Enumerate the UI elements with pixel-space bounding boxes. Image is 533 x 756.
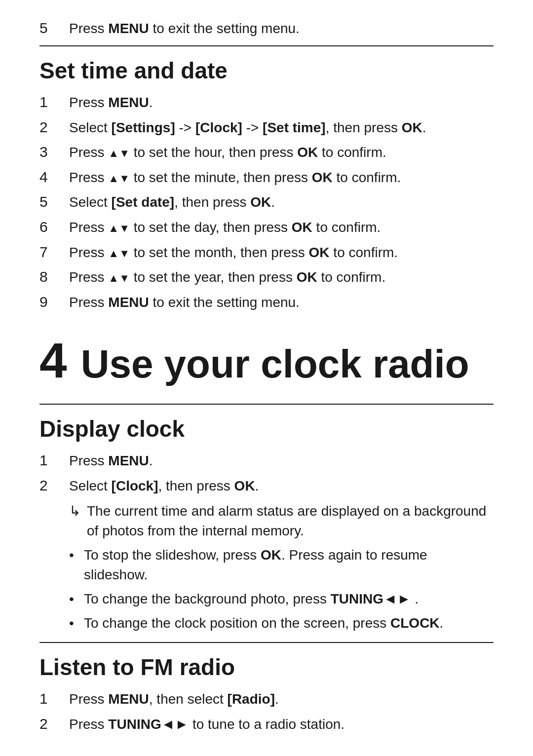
dc-step-num-2: 2	[39, 477, 69, 494]
set-time-step-4: 4 Press ▲▼ to set the minute, then press…	[39, 168, 494, 188]
step-text-2: Select [Settings] -> [Clock] -> [Set tim…	[69, 118, 426, 138]
set-time-step-6: 6 Press ▲▼ to set the day, then press OK…	[39, 218, 494, 238]
set-time-step-7: 7 Press ▲▼ to set the month, then press …	[39, 243, 494, 263]
chapter-4-heading: 4 Use your clock radio	[39, 332, 494, 389]
set-time-date-title: Set time and date	[39, 57, 494, 84]
dc-sub-text-4: To change the clock position on the scre…	[84, 613, 443, 634]
step-num-4: 4	[39, 169, 69, 186]
step-num-9: 9	[39, 294, 69, 310]
divider-1	[39, 45, 494, 46]
step-number-top: 5	[39, 20, 69, 37]
set-time-step-3: 3 Press ▲▼ to set the hour, then press O…	[39, 143, 494, 163]
listen-fm-steps: 1 Press MENU, then select [Radio]. 2 Pre…	[39, 689, 494, 734]
chapter-4-num: 4	[39, 332, 67, 389]
bullet-icon-2: •	[69, 591, 84, 607]
display-clock-sub-bullet-2: • To change the background photo, press …	[39, 589, 494, 609]
fm-step-text-2: Press TUNING◄► to tune to a radio statio…	[69, 715, 344, 735]
fm-step-num-1: 1	[39, 690, 69, 707]
step-text-6: Press ▲▼ to set the day, then press OK t…	[69, 218, 381, 238]
display-clock-sub-list: ↳ The current time and alarm status are …	[39, 501, 494, 634]
listen-fm-step-2: 2 Press TUNING◄► to tune to a radio stat…	[39, 715, 494, 735]
set-time-step-5: 5 Select [Set date], then press OK.	[39, 192, 494, 213]
step-num-7: 7	[39, 244, 69, 261]
top-step-5: 5 Press MENU to exit the setting menu.	[39, 20, 494, 37]
set-time-step-9: 9 Press MENU to exit the setting menu.	[39, 293, 494, 313]
step-text-9: Press MENU to exit the setting menu.	[69, 293, 300, 313]
divider-2	[39, 404, 494, 405]
step-num-5: 5	[39, 193, 69, 210]
step-text-top: Press MENU to exit the setting menu.	[69, 21, 300, 37]
chapter-4-title: Use your clock radio	[81, 341, 469, 387]
set-time-step-8: 8 Press ▲▼ to set the year, then press O…	[39, 267, 494, 288]
display-clock-section: Display clock 1 Press MENU. 2 Select [Cl…	[39, 416, 494, 633]
listen-fm-title: Listen to FM radio	[39, 654, 494, 680]
step-text-4: Press ▲▼ to set the minute, then press O…	[69, 168, 401, 188]
step-text-7: Press ▲▼ to set the month, then press OK…	[69, 243, 398, 263]
display-clock-sub-bullet-3: • To change the clock position on the sc…	[39, 613, 494, 634]
display-clock-steps: 1 Press MENU. 2 Select [Clock], then pre…	[39, 451, 494, 496]
dc-step-text-1: Press MENU.	[69, 451, 153, 471]
divider-3	[39, 642, 494, 643]
step-num-6: 6	[39, 219, 69, 235]
arrow-icon: ↳	[69, 503, 87, 519]
step-num-2: 2	[39, 119, 69, 136]
step-text-5: Select [Set date], then press OK.	[69, 192, 275, 213]
bullet-icon-3: •	[69, 615, 84, 631]
fm-step-num-2: 2	[39, 716, 69, 732]
step-num-3: 3	[39, 144, 69, 160]
set-time-step-1: 1 Press MENU.	[39, 93, 494, 113]
step-num-8: 8	[39, 268, 69, 285]
step-text-3: Press ▲▼ to set the hour, then press OK …	[69, 143, 386, 163]
chapter-4-block: 4 Use your clock radio	[39, 332, 494, 389]
display-clock-sub-bullet-1: • To stop the slideshow, press OK. Press…	[39, 545, 494, 585]
dc-step-num-1: 1	[39, 452, 69, 469]
dc-step-text-2: Select [Clock], then press OK.	[69, 476, 259, 496]
listen-fm-section: Listen to FM radio 1 Press MENU, then se…	[39, 654, 494, 734]
dc-sub-text-2: To stop the slideshow, press OK. Press a…	[84, 545, 494, 585]
step-num-1: 1	[39, 94, 69, 111]
fm-step-text-1: Press MENU, then select [Radio].	[69, 689, 279, 710]
display-clock-step-2: 2 Select [Clock], then press OK.	[39, 476, 494, 496]
step-text-8: Press ▲▼ to set the year, then press OK …	[69, 267, 385, 288]
step-text-1: Press MENU.	[69, 93, 153, 113]
set-time-step-2: 2 Select [Settings] -> [Clock] -> [Set t…	[39, 118, 494, 138]
display-clock-title: Display clock	[39, 416, 494, 442]
listen-fm-step-1: 1 Press MENU, then select [Radio].	[39, 689, 494, 710]
set-time-date-steps: 1 Press MENU. 2 Select [Settings] -> [Cl…	[39, 93, 494, 312]
display-clock-sub-arrow: ↳ The current time and alarm status are …	[39, 501, 494, 541]
dc-sub-text-3: To change the background photo, press TU…	[84, 589, 419, 609]
dc-sub-text-1: The current time and alarm status are di…	[87, 501, 494, 541]
set-time-date-section: Set time and date 1 Press MENU. 2 Select…	[39, 57, 494, 312]
bullet-icon-1: •	[69, 547, 84, 563]
display-clock-step-1: 1 Press MENU.	[39, 451, 494, 471]
